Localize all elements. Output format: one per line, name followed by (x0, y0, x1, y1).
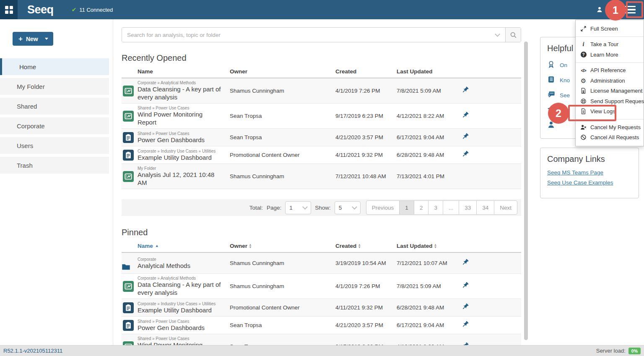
recently-opened-title: Recently Opened (122, 53, 521, 63)
analysis-icon (123, 171, 134, 182)
pin-button[interactable] (461, 283, 469, 291)
pin-icon (461, 322, 469, 330)
column-header-created[interactable]: Created▴▾ (335, 243, 397, 249)
table-row[interactable]: Corporate » Analytical MethodsData Clean… (122, 274, 521, 299)
show-select-value: 5 (339, 205, 342, 211)
page-button-34[interactable]: 34 (476, 200, 494, 215)
pin-button[interactable] (461, 135, 469, 142)
menu-item-take-a-tour[interactable]: iTake a Tour (576, 39, 644, 50)
table-row[interactable]: Corporate » Industry Use Cases » Utiliti… (122, 299, 521, 317)
app-grid-button[interactable] (0, 0, 18, 19)
owner-cell: Sean Tropsa (230, 134, 335, 140)
item-name[interactable]: Power Gen Dashboards (138, 136, 230, 144)
hamburger-dropdown-menu: Full ScreeniTake a Tour?Learn More</>API… (575, 20, 644, 146)
search-input[interactable] (122, 28, 496, 42)
pagination-bar: Total: Page: 1 Show: 5 Previous123...333… (122, 199, 521, 216)
pin-icon (461, 283, 469, 291)
search-dropdown-chevron-icon[interactable] (495, 31, 500, 37)
page-select[interactable]: 1 (285, 201, 311, 214)
pin-button[interactable] (461, 260, 469, 268)
award-icon (547, 60, 555, 70)
menu-item-cancel-my-requests[interactable]: Cancel My Requests (576, 122, 644, 133)
annotation-step-1: 1 (605, 0, 626, 21)
page-button-1[interactable]: 1 (399, 200, 414, 215)
menu-item-license-management[interactable]: License Management (576, 86, 644, 96)
created-cell: 4/1/2019 7:26 PM (335, 283, 397, 289)
chevron-down-icon (302, 204, 308, 210)
pin-button[interactable] (461, 305, 469, 312)
chat-icon (547, 91, 555, 100)
fullscreen-icon (580, 25, 587, 32)
pin-button[interactable] (461, 152, 469, 159)
item-name[interactable]: Data Cleansing - A key part of every ana… (138, 85, 230, 101)
column-header-owner: Owner (230, 68, 335, 75)
vertical-scrollbar[interactable] (524, 42, 528, 340)
menu-item-label: Send Support Request (590, 98, 644, 104)
item-name[interactable]: Example Utility Dashboard (138, 153, 230, 161)
column-header-updated[interactable]: Last Updated▴▾ (397, 243, 459, 249)
search-button[interactable] (505, 28, 521, 42)
pin-button[interactable] (461, 322, 469, 330)
sidebar-item-shared[interactable]: Shared (0, 98, 109, 114)
folder-icon (122, 262, 138, 271)
company-link[interactable]: Seeq MS Teams Page (547, 169, 632, 176)
page-button-previous[interactable]: Previous (366, 200, 400, 215)
table-row[interactable]: CorporateAnalytical MethodsShamus Cunnin… (122, 253, 521, 274)
pin-button[interactable] (461, 88, 469, 95)
sidebar-item-users[interactable]: Users (0, 137, 109, 154)
table-row[interactable]: Shared » Power Use CasesPower Gen Dashbo… (122, 129, 521, 146)
menu-item-full-screen[interactable]: Full Screen (576, 23, 644, 34)
updated-cell: 7/12/2021 10:07 AM (397, 260, 459, 266)
page-button-3[interactable]: 3 (428, 200, 443, 215)
item-name[interactable]: Data Cleansing - A key part of every ana… (138, 281, 230, 296)
connection-status[interactable]: ✔ 11 Connected (72, 6, 113, 13)
item-name[interactable]: Wind Power Monitoring Report (138, 110, 230, 126)
sidebar-item-my-folder[interactable]: My Folder (0, 78, 109, 95)
new-button[interactable]: + New (13, 32, 53, 46)
item-breadcrumb: Shared » Power Use Cases (138, 319, 230, 324)
pin-button[interactable] (461, 113, 469, 120)
column-header-owner[interactable]: Owner▴▾ (230, 243, 335, 249)
table-row[interactable]: My FolderAnalysis Jul 12, 2021 10:48 AMS… (122, 164, 521, 189)
menu-item-learn-more[interactable]: ?Learn More (576, 49, 644, 60)
show-label: Show: (315, 205, 331, 211)
page-button-2[interactable]: 2 (414, 200, 429, 215)
owner-cell: Promotional Content Owner (230, 152, 335, 158)
topic-icon (123, 150, 134, 161)
table-row[interactable]: Shared » Power Use CasesWind Power Monit… (122, 334, 521, 345)
page-button-33[interactable]: 33 (459, 200, 477, 215)
owner-cell: Promotional Content Owner (230, 304, 335, 311)
pinned-table: Name▲Owner▴▾Created▴▾Last Updated▴▾Corpo… (122, 241, 521, 345)
created-cell: 7/12/2021 10:48 AM (335, 173, 397, 179)
show-select[interactable]: 5 (335, 201, 361, 214)
table-row[interactable]: Corporate » Analytical MethodsData Clean… (122, 78, 521, 104)
sidebar-item-corporate[interactable]: Corporate (0, 117, 109, 134)
caret-down-icon[interactable] (45, 38, 48, 40)
pin-icon (461, 135, 469, 142)
item-breadcrumb: Corporate (138, 257, 230, 262)
page-button-next[interactable]: Next (494, 200, 517, 215)
license-icon (580, 87, 587, 94)
menu-item-cancel-all-requests[interactable]: Cancel All Requests (576, 133, 644, 143)
item-name[interactable]: Analytical Methods (138, 262, 230, 270)
pinned-title: Pinned (122, 228, 521, 237)
sidebar-nav: HomeMy FolderSharedCorporateUsersTrash (0, 58, 109, 177)
item-name[interactable]: Power Gen Dashboards (138, 324, 230, 332)
ban-icon (580, 134, 587, 141)
menu-item-api-reference[interactable]: </>API Reference (576, 65, 644, 76)
table-row[interactable]: Shared » Power Use CasesPower Gen Dashbo… (122, 317, 521, 334)
column-header-name[interactable]: Name▲ (138, 243, 230, 249)
item-name[interactable]: Analysis Jul 12, 2021 10:48 AM (138, 171, 230, 187)
sidebar-item-home[interactable]: Home (0, 58, 109, 75)
table-row[interactable]: Shared » Power Use CasesWind Power Monit… (122, 104, 521, 129)
menu-item-label: Learn More (590, 52, 618, 58)
page-button-[interactable]: ... (443, 200, 459, 215)
owner-cell: Shamus Cunningham (230, 173, 335, 179)
company-link[interactable]: Seeq Use Case Examples (547, 179, 632, 186)
item-name[interactable]: Wind Power Monitoring Report (138, 341, 230, 345)
table-row[interactable]: Corporate » Industry Use Cases » Utiliti… (122, 146, 521, 164)
updated-cell: 7/13/2021 4:01 PM (397, 173, 459, 179)
item-name[interactable]: Example Utility Dashboard (138, 306, 230, 314)
sidebar-item-trash[interactable]: Trash (0, 157, 109, 174)
menu-item-administration[interactable]: ⚙Administration (576, 75, 644, 86)
